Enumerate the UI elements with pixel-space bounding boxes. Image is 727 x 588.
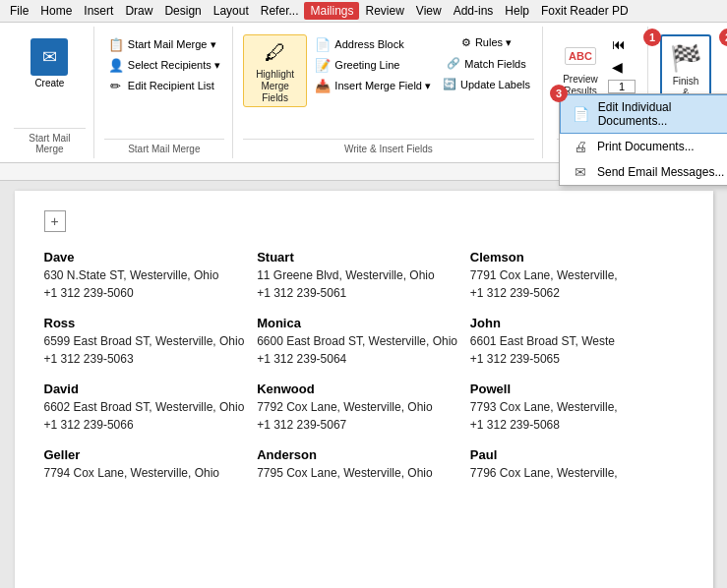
highlight-merge-fields-button[interactable]: 🖊 HighlightMerge Fields: [243, 34, 308, 107]
contact-phone: +1 312 239-5062: [470, 286, 673, 300]
match-fields-label: Match Fields: [464, 58, 525, 70]
print-documents-icon: 🖨: [572, 139, 589, 154]
contact-name: Clemson: [470, 250, 673, 265]
list-item: Paul 7796 Cox Lane, Westerville,: [470, 440, 684, 492]
rules-label: Rules ▾: [475, 36, 512, 49]
menu-review[interactable]: Review: [359, 2, 409, 20]
list-item: Geller 7794 Cox Lane, Westerville, Ohio: [44, 440, 258, 492]
create-group-label: Start Mail Merge: [14, 128, 86, 154]
menu-addins[interactable]: Add-ins: [448, 2, 500, 20]
send-email-icon: ✉: [572, 164, 589, 180]
record-number-input[interactable]: [608, 80, 636, 93]
abc-text: ABC: [565, 47, 596, 65]
select-recipients-label: Select Recipients ▾: [128, 59, 220, 72]
menu-file[interactable]: File: [4, 2, 34, 20]
contact-address: 7795 Cox Lane, Westerville, Ohio: [257, 466, 459, 480]
create-label: Create: [34, 78, 64, 88]
menu-draw[interactable]: Draw: [119, 2, 158, 20]
write-insert-items: 🖊 HighlightMerge Fields 📄 Address Block …: [243, 30, 534, 139]
add-button[interactable]: +: [44, 210, 66, 232]
contact-name: Kenwood: [257, 382, 459, 396]
contact-address: 6602 East Broad ST, Westerville, Ohio: [44, 400, 247, 414]
list-item: Clemson 7791 Cox Lane, Westerville, +1 3…: [470, 242, 684, 308]
start-mail-merge-button[interactable]: 📋 Start Mail Merge ▾: [104, 34, 224, 54]
contact-phone: +1 312 239-5067: [257, 418, 459, 432]
start-mail-merge-label: Start Mail Merge ▾: [128, 38, 216, 51]
print-documents-label: Print Documents...: [597, 140, 695, 153]
greeting-line-button[interactable]: 📝 Greeting Line: [311, 55, 435, 75]
edit-recipient-list-button[interactable]: ✏ Edit Recipient List: [104, 76, 224, 95]
contact-name: Stuart: [257, 250, 459, 265]
menu-layout[interactable]: Layout: [208, 2, 255, 20]
start-mail-merge-icon: 📋: [108, 36, 124, 52]
ribbon-group-write-insert: 🖊 HighlightMerge Fields 📄 Address Block …: [235, 27, 543, 158]
create-icon: ✉: [30, 38, 68, 76]
update-labels-button[interactable]: 🔄 Update Labels: [439, 76, 534, 92]
select-recipients-icon: 👤: [108, 57, 124, 73]
contact-address: 7793 Cox Lane, Westerville,: [470, 400, 673, 414]
menu-view[interactable]: View: [410, 2, 448, 20]
print-documents-item[interactable]: 🖨 Print Documents...: [560, 134, 727, 159]
finish-merge-icon: 🏁: [668, 40, 703, 76]
menu-mailings[interactable]: Mailings: [304, 2, 359, 20]
menu-help[interactable]: Help: [499, 2, 535, 20]
rules-icon: ⚙: [461, 36, 471, 49]
select-recipients-button[interactable]: 👤 Select Recipients ▾: [104, 55, 224, 75]
contact-address: 7792 Cox Lane, Westerville, Ohio: [257, 400, 459, 414]
edit-individual-icon: 📄: [573, 106, 590, 122]
menu-references[interactable]: Refer...: [255, 2, 305, 20]
contact-address: 6600 East Broad ST, Westerville, Ohio: [257, 334, 459, 348]
insert-merge-field-button[interactable]: 📥 Insert Merge Field ▾: [311, 76, 435, 95]
contact-phone: +1 312 239-5065: [470, 352, 673, 366]
badge-1: 1: [643, 29, 661, 46]
contact-address: 7791 Cox Lane, Westerville,: [470, 268, 673, 282]
insert-merge-field-label: Insert Merge Field ▾: [334, 80, 431, 92]
list-item: Dave 630 N.State ST, Westerville, Ohio +…: [44, 242, 258, 308]
rules-button[interactable]: ⚙ Rules ▾: [457, 34, 515, 51]
contact-phone: +1 312 239-5064: [257, 352, 459, 366]
highlight-merge-label: HighlightMerge Fields: [248, 69, 303, 104]
write-insert-group-label: Write & Insert Fields: [243, 139, 534, 154]
contact-address: 6599 East Broad ST, Westerville, Ohio: [44, 334, 247, 348]
send-email-item[interactable]: ✉ Send Email Messages...: [560, 159, 727, 185]
contact-name: Monica: [257, 316, 459, 330]
contact-phone: +1 312 239-5061: [257, 286, 459, 300]
contact-name: Paul: [470, 447, 673, 462]
menu-insert[interactable]: Insert: [78, 2, 119, 20]
address-block-label: Address Block: [334, 38, 403, 50]
menu-foxit[interactable]: Foxit Reader PD: [535, 2, 635, 20]
list-item: Kenwood 7792 Cox Lane, Westerville, Ohio…: [257, 374, 470, 440]
match-fields-icon: 🔗: [447, 57, 460, 70]
ribbon-group-create: ✉ Create Start Mail Merge: [6, 27, 94, 158]
edit-individual-label: Edit Individual Documents...: [598, 100, 727, 128]
insert-fields-stack: 📄 Address Block 📝 Greeting Line 📥 Insert…: [311, 34, 435, 95]
document-page: + Dave 630 N.State ST, Westerville, Ohio…: [15, 191, 713, 588]
rules-stack: ⚙ Rules ▾ 🔗 Match Fields 🔄 Update Labels: [439, 34, 534, 92]
send-email-label: Send Email Messages...: [597, 165, 724, 179]
edit-individual-documents-item[interactable]: 📄 Edit Individual Documents...: [560, 94, 727, 134]
document-area: + Dave 630 N.State ST, Westerville, Ohio…: [0, 181, 727, 588]
contact-phone: +1 312 239-5068: [470, 418, 673, 432]
contact-address: 630 N.State ST, Westerville, Ohio: [44, 268, 247, 282]
menu-design[interactable]: Design: [158, 2, 207, 20]
list-item: Ross 6599 East Broad ST, Westerville, Oh…: [44, 308, 258, 374]
contact-address: 7796 Cox Lane, Westerville,: [470, 466, 673, 480]
address-block-icon: 📄: [315, 36, 331, 52]
first-record-button[interactable]: ⏮: [608, 34, 636, 54]
create-group-items: ✉ Create: [27, 30, 72, 128]
contact-address: 7794 Cox Lane, Westerville, Ohio: [44, 466, 247, 480]
contact-name: David: [44, 382, 247, 396]
update-labels-label: Update Labels: [460, 79, 530, 90]
contact-name: John: [470, 316, 673, 330]
create-button[interactable]: ✉ Create: [27, 34, 72, 92]
edit-recipient-list-icon: ✏: [108, 78, 124, 93]
address-block-button[interactable]: 📄 Address Block: [311, 34, 435, 54]
menu-bar: File Home Insert Draw Design Layout Refe…: [0, 0, 727, 22]
contact-name: Geller: [44, 447, 247, 462]
finish-merge-dropdown: 3 📄 Edit Individual Documents... 🖨 Print…: [559, 93, 727, 186]
contact-name: Powell: [470, 382, 673, 396]
list-item: Monica 6600 East Broad ST, Westerville, …: [257, 308, 470, 374]
menu-home[interactable]: Home: [34, 2, 78, 20]
prev-record-button[interactable]: ◀: [608, 57, 636, 77]
match-fields-button[interactable]: 🔗 Match Fields: [443, 55, 529, 72]
